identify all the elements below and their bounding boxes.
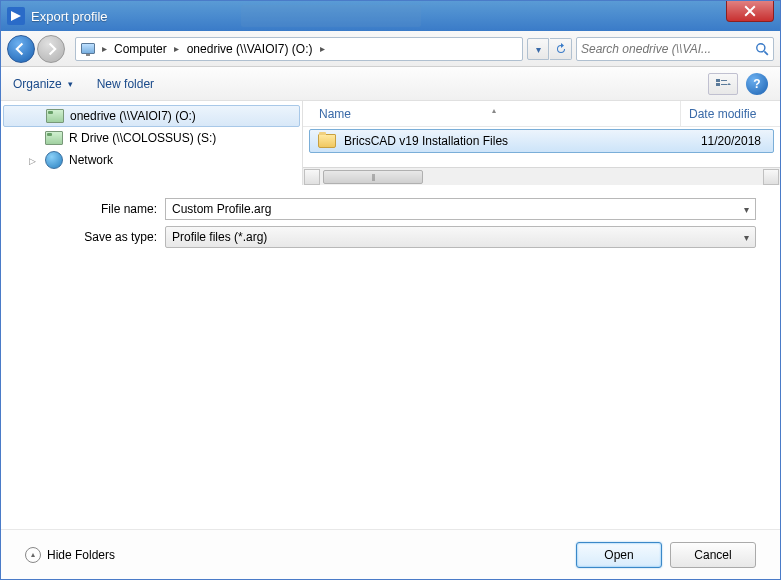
- organize-button[interactable]: Organize: [13, 77, 73, 91]
- chevron-down-icon: [536, 42, 541, 56]
- close-icon: [744, 5, 756, 17]
- list-item-date: 11/20/2018: [675, 134, 765, 148]
- close-button[interactable]: [726, 1, 774, 22]
- breadcrumb-computer[interactable]: Computer: [110, 42, 171, 56]
- folder-icon: [318, 134, 336, 148]
- file-form: File name: Custom Profile.arg Save as ty…: [1, 185, 780, 251]
- network-drive-icon: [46, 109, 64, 123]
- svg-rect-3: [721, 80, 727, 81]
- network-icon: [45, 151, 63, 169]
- new-folder-button[interactable]: New folder: [97, 77, 154, 91]
- svg-rect-2: [716, 83, 720, 86]
- window-title: Export profile: [31, 9, 108, 24]
- help-icon: ?: [753, 77, 760, 91]
- save-as-type-value: Profile files (*.arg): [172, 230, 267, 244]
- search-icon: [755, 42, 769, 56]
- horizontal-scrollbar[interactable]: [303, 167, 780, 185]
- export-profile-dialog: Export profile Computer onedrive (\\VAIO…: [0, 0, 781, 580]
- network-drive-icon: [45, 131, 63, 145]
- history-dropdown-button[interactable]: [527, 38, 549, 60]
- filename-label: File name:: [1, 202, 165, 216]
- back-arrow-icon: [14, 42, 28, 56]
- tree-item-label: R Drive (\\COLOSSUS) (S:): [69, 131, 216, 145]
- background-tab: [241, 5, 421, 27]
- address-bar[interactable]: Computer onedrive (\\VAIOI7) (O:): [75, 37, 523, 61]
- save-as-type-select[interactable]: Profile files (*.arg): [165, 226, 756, 248]
- dialog-footer: Hide Folders Open Cancel: [1, 529, 780, 579]
- view-options-button[interactable]: [708, 73, 738, 95]
- breadcrumb-drive[interactable]: onedrive (\\VAIOI7) (O:): [183, 42, 317, 56]
- tree-item-network[interactable]: Network: [1, 149, 302, 171]
- chevron-down-icon[interactable]: [744, 230, 749, 244]
- column-header-date[interactable]: Date modifie: [680, 101, 780, 126]
- svg-point-0: [757, 43, 765, 51]
- search-input[interactable]: [581, 42, 755, 56]
- file-list: Name Date modifie BricsCAD v19 Installat…: [303, 101, 780, 185]
- hide-folders-label: Hide Folders: [47, 548, 115, 562]
- svg-rect-4: [721, 84, 727, 85]
- view-icon: [715, 78, 731, 90]
- file-list-body[interactable]: BricsCAD v19 Installation Files 11/20/20…: [303, 127, 780, 167]
- tree-item-label: onedrive (\\VAIOI7) (O:): [70, 109, 196, 123]
- help-button[interactable]: ?: [746, 73, 768, 95]
- list-item-name: BricsCAD v19 Installation Files: [344, 134, 675, 148]
- hide-folders-button[interactable]: Hide Folders: [25, 547, 115, 563]
- save-as-type-label: Save as type:: [1, 230, 165, 244]
- back-button[interactable]: [7, 35, 35, 63]
- spacer: [1, 251, 780, 529]
- navigation-bar: Computer onedrive (\\VAIOI7) (O:): [1, 31, 780, 67]
- chevron-down-icon[interactable]: [744, 202, 749, 216]
- filename-input[interactable]: Custom Profile.arg: [165, 198, 756, 220]
- tree-item-label: Network: [69, 153, 113, 167]
- address-tools: [527, 38, 572, 60]
- expand-triangle-icon[interactable]: [29, 153, 39, 167]
- refresh-icon: [555, 43, 567, 55]
- app-icon: [7, 7, 25, 25]
- forward-button[interactable]: [37, 35, 65, 63]
- collapse-icon: [25, 547, 41, 563]
- column-headers: Name Date modifie: [303, 101, 780, 127]
- column-header-name[interactable]: Name: [303, 107, 680, 121]
- tree-item-rdrive[interactable]: R Drive (\\COLOSSUS) (S:): [1, 127, 302, 149]
- computer-icon: [78, 41, 98, 57]
- content-area: onedrive (\\VAIOI7) (O:) R Drive (\\COLO…: [1, 101, 780, 185]
- navigation-tree[interactable]: onedrive (\\VAIOI7) (O:) R Drive (\\COLO…: [1, 101, 303, 185]
- refresh-button[interactable]: [550, 38, 572, 60]
- list-item[interactable]: BricsCAD v19 Installation Files 11/20/20…: [309, 129, 774, 153]
- filename-value: Custom Profile.arg: [172, 202, 271, 216]
- cancel-button-label: Cancel: [694, 548, 731, 562]
- open-button-label: Open: [604, 548, 633, 562]
- command-bar: Organize New folder ?: [1, 67, 780, 101]
- tree-item-onedrive[interactable]: onedrive (\\VAIOI7) (O:): [3, 105, 300, 127]
- cancel-button[interactable]: Cancel: [670, 542, 756, 568]
- search-box[interactable]: [576, 37, 774, 61]
- titlebar[interactable]: Export profile: [1, 1, 780, 31]
- nav-buttons: [7, 35, 65, 63]
- open-button[interactable]: Open: [576, 542, 662, 568]
- breadcrumb-separator[interactable]: [317, 43, 329, 54]
- breadcrumb-separator[interactable]: [171, 43, 183, 54]
- scrollbar-thumb[interactable]: [323, 170, 423, 184]
- svg-rect-1: [716, 79, 720, 82]
- forward-arrow-icon: [44, 42, 58, 56]
- breadcrumb-separator[interactable]: [98, 43, 110, 54]
